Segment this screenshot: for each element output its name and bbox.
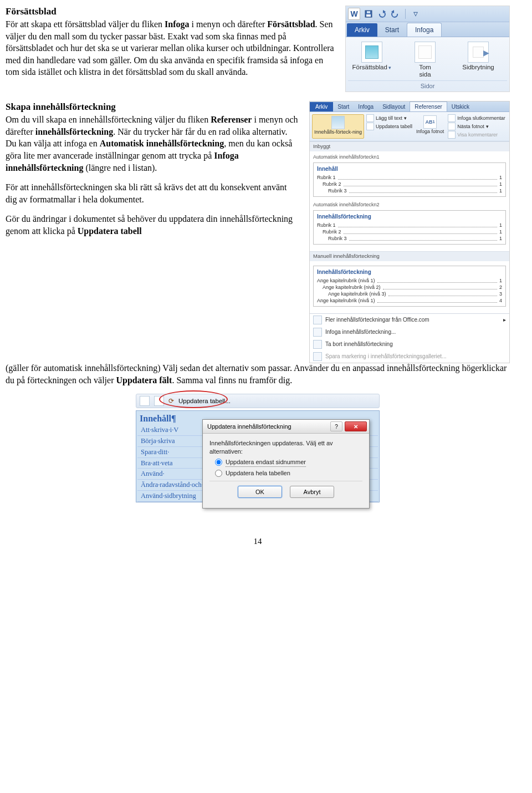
- quick-access-toolbar: W ▿: [346, 6, 509, 22]
- toc-handle-icon[interactable]: [140, 396, 150, 406]
- tab-arkiv[interactable]: Arkiv: [347, 23, 377, 37]
- radio-update-entire-table[interactable]: Uppdatera hela tabellen: [215, 469, 362, 477]
- tab-sidlayout[interactable]: Sidlayout: [378, 102, 410, 112]
- heading-forsattsblad: Försättsblad: [6, 6, 335, 18]
- footnote-icon: AB1: [423, 115, 437, 129]
- preview-auto-toc-2[interactable]: Innehållsförteckning Rubrik 11 Rubrik 21…: [313, 210, 506, 245]
- para-toc-1: Om du vill skapa en innehållsförteckning…: [6, 114, 299, 174]
- label: Försättsblad: [352, 64, 392, 70]
- toc-page: 1: [499, 222, 502, 228]
- label: Innehålls-förteck-ning: [314, 130, 362, 135]
- button-toc-menu[interactable]: Innehålls-förteck-ning: [312, 114, 364, 139]
- tab-utskick[interactable]: Utskick: [447, 102, 474, 112]
- figure-update-toc-dialog: ⟳ Uppdatera tabell... Innehåll¶ Att·skri…: [136, 394, 380, 502]
- menu-more-from-office[interactable]: Fler innehållsförteckningar från Office.…: [310, 314, 509, 326]
- button-tom-sida[interactable]: Tomsida: [401, 42, 449, 78]
- label: Ta bort innehållsförteckning: [325, 340, 393, 348]
- undo-icon[interactable]: [377, 9, 387, 19]
- label: Infoga innehållsförteckning...: [325, 328, 396, 336]
- menu-remove-toc[interactable]: Ta bort innehållsförteckning: [310, 338, 509, 350]
- redo-icon[interactable]: [390, 9, 400, 19]
- preview-auto-toc-1[interactable]: Innehåll Rubrik 11 Rubrik 21 Rubrik 31: [313, 162, 506, 197]
- show-notes-icon: [448, 131, 456, 139]
- tab-infoga[interactable]: Infoga: [407, 23, 442, 37]
- label: Uppdatera tabell: [376, 123, 412, 130]
- tab-start[interactable]: Start: [377, 23, 407, 37]
- text: Om du vill skapa en innehållsförteckning…: [6, 115, 211, 124]
- para-toc-2: För att innehållsförteckningen ska bli r…: [6, 181, 299, 205]
- text: För att skapa ett försättsblad väljer du…: [6, 19, 165, 29]
- bold-infoga: Infoga: [165, 19, 189, 29]
- para-forsattsblad: För att skapa ett försättsblad väljer du…: [6, 18, 335, 78]
- menu-save-to-gallery: Spara markering i innehållsförteckningsg…: [310, 350, 509, 363]
- help-button[interactable]: ?: [330, 421, 342, 431]
- tab-referenser[interactable]: Referenser: [410, 101, 447, 112]
- bold-innehallsforteckning: innehållsförteckning: [35, 127, 113, 136]
- figure-word-ribbon-infoga: W ▿ Arkiv Start Infoga Försättsblad Toms…: [345, 6, 510, 92]
- next-footnote-icon: [448, 123, 456, 130]
- save-gallery-icon: [313, 352, 322, 361]
- svg-rect-2: [367, 11, 370, 13]
- tab-arkiv[interactable]: Arkiv: [310, 102, 333, 112]
- dialog-message: Innehållsförteckningen uppdateras. Välj …: [209, 439, 362, 456]
- cover-page-icon: [361, 42, 382, 63]
- toc-title: Innehåll: [317, 165, 502, 173]
- toc-page: 1: [499, 181, 502, 187]
- dropdown-icon[interactable]: ▿: [411, 9, 421, 19]
- bold-uppdatera-falt: Uppdatera fält: [116, 375, 172, 385]
- text: (längre ned i listan).: [83, 163, 157, 172]
- toc-page: 1: [499, 235, 502, 242]
- mini-add-text[interactable]: Lägg till text ▾: [366, 114, 412, 122]
- label: sida: [419, 71, 431, 78]
- close-button[interactable]: ✕: [345, 421, 367, 431]
- caption-auto1: Automatisk innehållsförteckn1: [313, 154, 506, 160]
- save-icon[interactable]: [364, 9, 374, 19]
- para-toc-3b: (gäller för automatisk innehållsförteckn…: [6, 362, 510, 386]
- toc-row: Ange kapitelrubrik (nivå 1): [317, 297, 375, 304]
- remove-toc-icon: [313, 340, 322, 349]
- toc-row: Rubrik 2: [323, 228, 341, 235]
- ribbon-tabs: Arkiv Start Infoga Sidlayout Referenser …: [310, 101, 509, 112]
- button-sidbrytning[interactable]: Sidbrytning: [454, 42, 502, 78]
- ribbon-body: Innehålls-förteck-ning Lägg till text ▾ …: [310, 112, 509, 141]
- radio-input[interactable]: [215, 470, 222, 477]
- ok-button[interactable]: OK: [238, 486, 282, 498]
- tab-start[interactable]: Start: [333, 102, 354, 112]
- toc-page: 4: [499, 297, 502, 304]
- toc-row: Rubrik 3: [328, 235, 347, 242]
- cancel-button[interactable]: Avbryt: [290, 486, 334, 498]
- svg-rect-1: [366, 14, 371, 17]
- ribbon-tabs: Arkiv Start Infoga: [346, 22, 509, 37]
- radio-label: Uppdatera endast sidnummer: [226, 458, 306, 467]
- mini-insert-endnote[interactable]: Infoga slutkommentar: [448, 114, 505, 122]
- toc-row: Ange kapitelrubrik (nivå 1): [317, 277, 375, 284]
- menu-insert-toc[interactable]: Infoga innehållsförteckning...: [310, 326, 509, 338]
- toc-row: Rubrik 1: [317, 174, 336, 181]
- radio-update-page-numbers[interactable]: Uppdatera endast sidnummer: [215, 458, 362, 467]
- mini-next-footnote[interactable]: Nästa fotnot ▾: [448, 123, 505, 130]
- update-icon: [366, 123, 374, 130]
- toc-page: 1: [499, 228, 502, 235]
- radio-input[interactable]: [215, 459, 222, 466]
- tab-infoga[interactable]: Infoga: [354, 102, 378, 112]
- toc-title: Innehållsförteckning: [317, 213, 502, 221]
- button-insert-footnote[interactable]: AB1 Infoga fotnot: [415, 114, 446, 139]
- para-toc-3a: Gör du ändringar i dokumentet så behöver…: [6, 213, 299, 237]
- label: Infoga slutkommentar: [457, 115, 505, 121]
- page-break-icon: [468, 42, 489, 63]
- radio-label: Uppdatera hela tabellen: [226, 469, 290, 477]
- dialog-update-toc: Uppdatera innehållsförteckning ? ✕ Inneh…: [202, 419, 370, 508]
- bold-forsattsblad: Försättsblad: [267, 19, 315, 29]
- label: Infoga fotnot: [416, 129, 444, 134]
- dialog-title: Uppdatera innehållsförteckning: [207, 423, 291, 431]
- add-text-icon: [366, 114, 374, 122]
- button-forsattsblad[interactable]: Försättsblad: [348, 42, 396, 78]
- toc-title: Innehållsförteckning: [317, 268, 502, 276]
- preview-manual-toc[interactable]: Innehållsförteckning Ange kapitelrubrik …: [313, 266, 506, 307]
- label: Sidbrytning: [462, 64, 494, 71]
- text: . Samma val finns nu framför dig.: [172, 375, 292, 385]
- mini-update-table[interactable]: Uppdatera tabell: [366, 123, 412, 130]
- toc-row: Rubrik 1: [317, 222, 336, 228]
- footnote-mini-group: Infoga slutkommentar Nästa fotnot ▾ Visa…: [448, 114, 505, 139]
- heading-skapa-toc: Skapa innehållsförteckning: [6, 101, 299, 114]
